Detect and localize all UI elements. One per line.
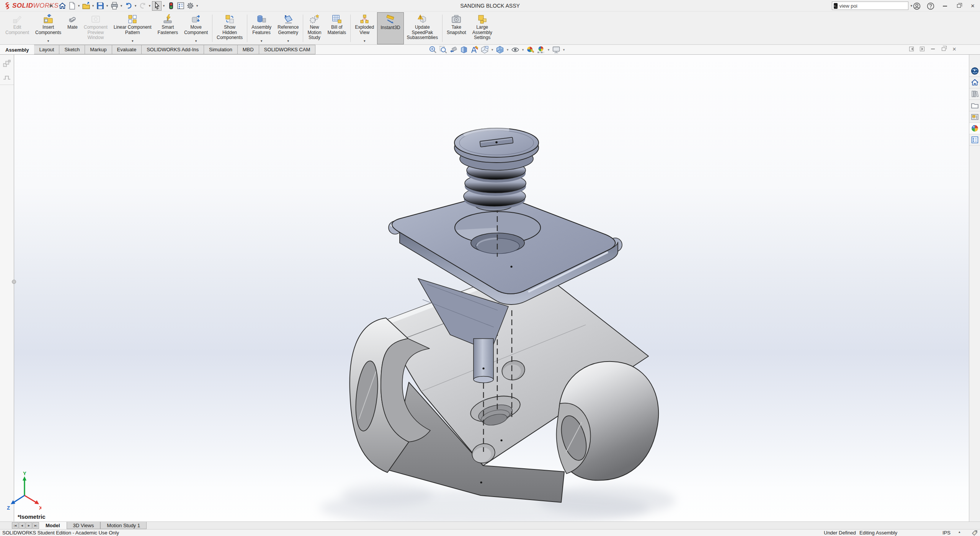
task-pane-custom-properties[interactable] [969,134,980,146]
move-component-caret[interactable]: ▾ [195,39,197,44]
exploded-view-caret[interactable]: ▾ [364,39,366,44]
ribbon-button-large-assembly-settings[interactable]: Large Assembly Settings [469,12,495,44]
tab-solidworks-cam[interactable]: SOLIDWORKS CAM [259,45,316,54]
ribbon-button-smart-fasteners[interactable]: Smart Fasteners [155,12,181,44]
home-button[interactable] [57,1,67,11]
undo-caret[interactable]: ▾ [133,4,138,8]
task-pane-home[interactable] [969,77,980,88]
new-document-button[interactable] [67,1,77,11]
apply-scene-caret[interactable]: ▾ [547,48,550,52]
restore-button[interactable] [954,3,964,9]
save-button[interactable] [95,1,105,11]
settings-button[interactable] [185,1,195,11]
show-feature-pane-button[interactable] [908,46,915,52]
search-box[interactable]: >_ ▾ [832,2,908,10]
hide-show-items-button[interactable] [511,45,520,54]
new-document-caret[interactable]: ▾ [77,4,81,8]
model-part-thumb-screw[interactable] [454,128,539,211]
tab-motion-study-1[interactable]: Motion Study 1 [100,522,147,529]
ribbon-button-instant3d[interactable]: Instant3D [377,12,403,44]
print-button[interactable] [109,1,119,11]
view-settings-button[interactable] [552,45,561,54]
ribbon-button-edit-component[interactable]: Edit Component [2,12,32,44]
task-pane-solidworks-resources[interactable] [969,65,980,77]
task-pane-file-explorer[interactable] [969,100,980,111]
panel-splitter-handle[interactable] [12,280,16,284]
tab-assembly[interactable]: Assembly [0,45,34,54]
ribbon-button-exploded-view[interactable]: Exploded View ▾ [352,12,377,44]
edit-appearance-button[interactable] [526,45,535,54]
ribbon-button-assembly-features[interactable]: Assembly Features ▾ [248,12,274,44]
close-document-button[interactable]: ✕ [951,46,958,52]
tab-mbd[interactable]: MBD [238,45,259,54]
redo-caret[interactable]: ▾ [147,4,152,8]
linear-component-pattern-caret[interactable]: ▾ [132,39,134,44]
tab-sketch[interactable]: Sketch [59,45,85,54]
hide-show-items-caret[interactable]: ▾ [521,48,525,52]
ribbon-button-move-component[interactable]: Move Component ▾ [181,12,211,44]
display-style-caret[interactable]: ▾ [506,48,510,52]
apply-scene-button[interactable] [536,45,546,54]
view-orientation-button[interactable] [480,45,489,54]
ribbon-button-linear-component-pattern[interactable]: Linear Component Pattern ▾ [111,12,155,44]
task-pane-view-palette[interactable] [969,111,980,123]
ribbon-button-mate[interactable]: Mate [64,12,81,44]
tab-scroll-first[interactable]: |◀ [12,522,18,529]
open-button[interactable] [81,1,91,11]
dynamic-annotation-views-button[interactable] [470,45,479,54]
account-button[interactable] [913,2,921,10]
search-caret[interactable]: ▾ [911,4,913,8]
undo-button[interactable] [124,1,133,11]
view-orientation-caret[interactable]: ▾ [490,48,494,52]
save-caret[interactable]: ▾ [105,4,109,8]
ribbon-button-update-speedpak-subassemblies[interactable]: Update SpeedPak Subassemblies [404,12,441,44]
assembly-features-caret[interactable]: ▾ [261,39,263,44]
task-pane-appearances-scenes[interactable] [969,123,980,134]
configuration-step-icon[interactable] [3,73,11,81]
tag-icon[interactable] [972,530,978,536]
redo-button[interactable] [138,1,147,11]
previous-view-button[interactable] [449,45,458,54]
section-view-button[interactable] [459,45,469,54]
tab-solidworks-add-ins[interactable]: SOLIDWORKS Add-Ins [142,45,204,54]
open-caret[interactable]: ▾ [91,4,95,8]
ribbon-button-reference-geometry[interactable]: Reference Geometry ▾ [274,12,302,44]
minimize-document-button[interactable] [929,46,936,52]
tab-layout[interactable]: Layout [34,45,59,54]
select-caret[interactable]: ▾ [162,4,166,8]
model-canvas[interactable] [0,55,980,521]
options-list-button[interactable] [176,1,185,11]
search-input[interactable] [840,3,907,9]
assembly-tree-icon[interactable] [3,59,11,68]
reference-geometry-caret[interactable]: ▾ [287,39,289,44]
insert-components-caret[interactable]: ▾ [47,39,49,44]
tab-simulation[interactable]: Simulation [204,45,238,54]
task-pane-design-library[interactable] [969,88,980,100]
display-style-button[interactable] [495,45,505,54]
zoom-to-fit-button[interactable] [428,45,438,54]
close-button[interactable]: ✕ [968,3,978,9]
ribbon-button-take-snapshot[interactable]: Take Snapshot [444,12,469,44]
select-button[interactable] [152,1,162,11]
ribbon-button-show-hidden-components[interactable]: Show Hidden Components [214,12,246,44]
tab-scroll-prev[interactable]: ◀ [19,522,25,529]
settings-caret[interactable]: ▾ [195,4,199,8]
ribbon-button-insert-components[interactable]: Insert Components ▾ [32,12,64,44]
ribbon-button-component-preview-window[interactable]: Component Preview Window [81,12,111,44]
zoom-to-area-button[interactable] [439,45,448,54]
tab-model[interactable]: Model [39,522,67,529]
tab-evaluate[interactable]: Evaluate [112,45,142,54]
print-caret[interactable]: ▾ [119,4,124,8]
units-selector[interactable]: IPS [942,530,951,536]
rebuild-button[interactable] [166,1,176,11]
tab-3d-views[interactable]: 3D Views [67,522,101,529]
view-settings-caret[interactable]: ▾ [562,48,566,52]
units-caret[interactable]: ▴ [959,530,960,534]
tab-markup[interactable]: Markup [85,45,112,54]
graphics-area[interactable]: Y X Z *Isometric [0,55,980,521]
minimize-button[interactable] [940,3,950,9]
ribbon-button-bill-of-materials[interactable]: Bill of Materials [324,12,349,44]
feature-manager-collapsed-strip[interactable] [0,55,14,521]
ribbon-button-new-motion-study[interactable]: New Motion Study [304,12,324,44]
help-button[interactable] [926,2,935,10]
